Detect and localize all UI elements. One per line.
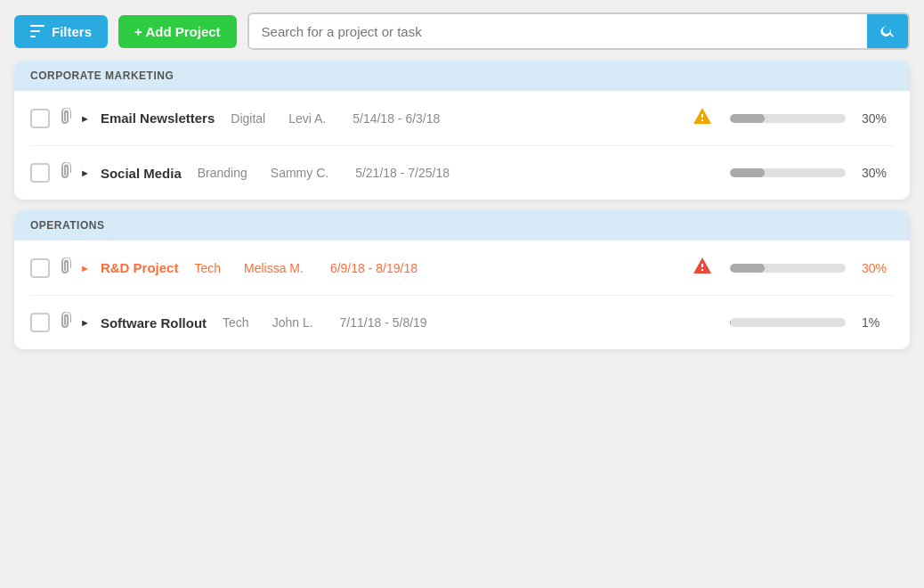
table-row: ►Software RolloutTechJohn L.7/11/18 - 5/… [30,296,894,349]
progress-bar-email-newsletters [730,114,846,123]
assignee-software-rollout: John L. [272,315,313,330]
expand-arrow-icon[interactable]: ► [80,317,90,328]
search-wrapper [247,12,910,50]
warning-icon [693,107,712,129]
search-input[interactable] [249,15,867,48]
project-name-software-rollout: Software Rollout [101,315,207,331]
section-header-operations: OPERATIONS [14,210,910,241]
table-row: ►R&D ProjectTechMelissa M.6/9/18 - 8/19/… [30,241,894,296]
paperclip-icon [59,257,71,279]
dates-software-rollout: 7/11/18 - 5/8/19 [340,315,427,330]
expand-arrow-icon[interactable]: ► [80,113,90,124]
filters-icon [30,25,45,37]
sections-container: CORPORATE MARKETING ►Email NewslettersDi… [14,61,910,349]
filters-button[interactable]: Filters [14,15,108,48]
checkbox-rd-project[interactable] [30,258,50,278]
project-tag-social-media: Branding [198,166,247,180]
section-body-corporate-marketing: ►Email NewslettersDigitalLevi A.5/14/18 … [14,91,910,200]
assignee-social-media: Sammy C. [271,166,328,180]
paperclip-icon [59,312,71,333]
progress-pct-email-newsletters: 30% [862,111,894,126]
progress-pct-rd-project: 30% [862,261,894,275]
svg-rect-0 [30,25,45,27]
section-header-corporate-marketing: CORPORATE MARKETING [14,61,910,91]
search-icon [879,23,896,39]
project-tag-software-rollout: Tech [223,315,249,330]
section-title-corporate-marketing: CORPORATE MARKETING [30,69,894,82]
checkbox-software-rollout[interactable] [30,313,50,332]
dates-email-newsletters: 5/14/18 - 6/3/18 [353,111,440,126]
table-row: ►Social MediaBrandingSammy C.5/21/18 - 7… [30,146,894,200]
dates-social-media: 5/21/18 - 7/25/18 [355,166,450,180]
filters-label: Filters [52,24,92,39]
checkbox-email-newsletters[interactable] [30,109,50,128]
project-name-email-newsletters: Email Newsletters [101,110,215,126]
progress-bar-software-rollout [730,318,846,327]
add-project-button[interactable]: + Add Project [118,15,237,48]
section-corporate-marketing: CORPORATE MARKETING ►Email NewslettersDi… [14,61,910,200]
progress-bar-social-media [730,168,846,177]
add-project-label: + Add Project [134,24,221,39]
paperclip-icon [59,162,71,184]
project-tag-email-newsletters: Digital [231,111,265,126]
project-name-rd-project: R&D Project [101,260,179,275]
assignee-email-newsletters: Levi A. [288,111,326,126]
warning-icon [693,257,712,279]
project-tag-rd-project: Tech [194,261,221,275]
section-operations: OPERATIONS ►R&D ProjectTechMelissa M.6/9… [14,210,910,349]
assignee-rd-project: Melissa M. [244,261,304,275]
section-body-operations: ►R&D ProjectTechMelissa M.6/9/18 - 8/19/… [14,241,910,349]
search-button[interactable] [867,14,908,48]
paperclip-icon [59,108,71,129]
svg-rect-1 [30,30,40,32]
checkbox-social-media[interactable] [30,163,50,183]
expand-arrow-icon[interactable]: ► [80,263,90,274]
expand-arrow-icon[interactable]: ► [80,167,90,178]
dates-rd-project: 6/9/18 - 8/19/18 [330,261,417,275]
progress-pct-social-media: 30% [862,166,894,180]
project-name-social-media: Social Media [101,166,182,181]
progress-pct-software-rollout: 1% [862,315,894,330]
svg-rect-2 [30,36,36,37]
toolbar: Filters + Add Project [14,12,910,50]
progress-bar-rd-project [730,264,846,273]
table-row: ►Email NewslettersDigitalLevi A.5/14/18 … [30,91,894,146]
section-title-operations: OPERATIONS [30,219,894,232]
